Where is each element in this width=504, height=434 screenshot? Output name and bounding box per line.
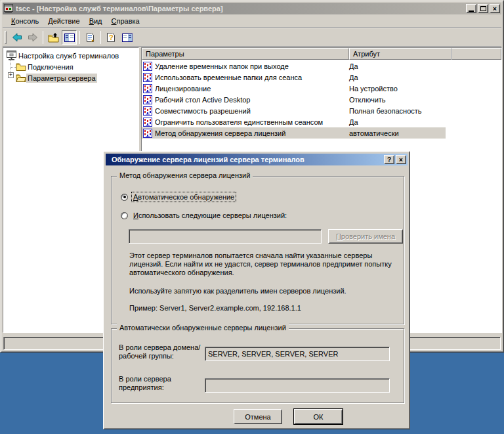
window-title: tscc - [Настройка служб терминалов\Парам… — [16, 5, 466, 12]
help-button[interactable]: ? — [104, 30, 119, 45]
tree-root-label: Настройка служб терминалов — [17, 51, 120, 60]
back-button[interactable] — [9, 30, 24, 45]
list-row-selected[interactable]: Метод обнаружения сервера лицензий автом… — [142, 127, 446, 139]
check-names-button[interactable]: Проверить имена — [328, 229, 403, 244]
up-one-level-button[interactable] — [46, 30, 61, 45]
list-row[interactable]: Ограничить пользователя единственным сеа… — [142, 116, 446, 127]
parameter-name: Удаление временных папок при выходе — [155, 62, 346, 70]
up-folder-icon — [48, 32, 59, 43]
ok-button[interactable]: ОК — [294, 409, 343, 424]
parameter-icon — [143, 118, 152, 127]
forward-button[interactable] — [25, 30, 40, 45]
menu-action[interactable]: Действие — [43, 16, 84, 26]
parameter-icon — [143, 73, 152, 82]
tree-item-label: Параметры сервера — [26, 74, 97, 83]
license-discovery-dialog: Обнаружение сервера лицензий сервера тер… — [103, 151, 410, 429]
list-row[interactable]: Лицензирование На устройство — [142, 83, 446, 94]
radio-use-servers[interactable] — [121, 212, 128, 219]
folder-icon — [16, 62, 26, 71]
help-icon: ? — [387, 156, 391, 163]
tree-item-server-settings[interactable]: Параметры сервера — [16, 72, 97, 83]
ok-button-default-ring: ОК — [293, 408, 343, 425]
menu-console[interactable]: Консоль — [7, 16, 43, 26]
close-icon: × — [493, 5, 497, 12]
list-row[interactable]: Удаление временных папок при выходе Да — [142, 60, 446, 72]
list-row[interactable]: Использовать временные папки для сеанса … — [142, 72, 446, 83]
discovery-method-legend: Метод обнаружения сервера лицензий — [117, 171, 253, 179]
forward-arrow-icon — [28, 32, 38, 43]
maximize-button[interactable] — [478, 4, 488, 13]
column-header-empty — [452, 48, 501, 60]
parameter-value: Да — [349, 74, 358, 81]
enterprise-servers-field[interactable] — [205, 378, 390, 393]
open-folder-icon — [16, 74, 26, 82]
app-icon — [4, 4, 13, 13]
radio-row-specified[interactable]: Использовать следующие серверы лицензий: — [121, 211, 288, 220]
discovered-servers-group: Автоматически обнаруженные серверы лицен… — [111, 328, 404, 403]
parameter-name: Лицензирование — [155, 85, 346, 93]
minimize-icon — [469, 11, 474, 12]
radio-row-auto[interactable]: Автоматическое обнаружение — [121, 192, 236, 202]
close-button[interactable]: × — [490, 4, 500, 13]
cancel-button[interactable]: Отмена — [234, 409, 282, 424]
show-details-pane-button[interactable] — [119, 30, 135, 45]
toolbar-separator — [100, 31, 101, 44]
toolbar-grip[interactable] — [5, 31, 7, 44]
parameter-value: автоматически — [349, 129, 399, 137]
parameter-name: Совместимость разрешений — [155, 107, 346, 115]
dialog-titlebar[interactable]: Обнаружение сервера лицензий сервера тер… — [106, 154, 408, 165]
dialog-title: Обнаружение сервера лицензий сервера тер… — [112, 156, 384, 163]
parameter-icon — [143, 84, 152, 93]
export-list-button[interactable] — [83, 30, 98, 45]
dialog-close-button[interactable]: × — [396, 155, 406, 164]
discovery-method-group: Метод обнаружения сервера лицензий Автом… — [111, 176, 404, 324]
tree-item-label: Подключения — [26, 62, 75, 72]
dialog-help-button[interactable]: ? — [384, 155, 394, 164]
license-servers-input[interactable] — [129, 229, 322, 244]
minimize-button[interactable] — [466, 4, 476, 13]
parameter-name: Использовать временные папки для сеанса — [155, 74, 346, 81]
parameter-value: Да — [349, 62, 358, 70]
parameter-icon — [143, 106, 152, 116]
parameter-name: Рабочий стол Active Desktop — [155, 96, 346, 104]
desktop: tscc - [Настройка служб терминалов\Парам… — [0, 0, 504, 434]
back-arrow-icon — [12, 32, 22, 43]
server-example: Пример: Server1, Server2.example.com, 19… — [129, 304, 398, 313]
parameter-icon — [143, 129, 152, 138]
column-header-attribute[interactable]: Атрибут — [349, 48, 452, 60]
parameter-name: Метод обнаружения сервера лицензий — [155, 129, 346, 137]
menu-bar: Консоль Действие Вид Справка — [3, 14, 501, 28]
enterprise-role-label: В роли сервера предприятия: — [119, 375, 203, 392]
parameter-value: Полная безопасность — [349, 107, 422, 115]
tree-root[interactable]: Настройка служб терминалов — [6, 50, 120, 61]
toolbar-separator — [79, 31, 80, 44]
tree-connector — [10, 67, 16, 68]
radio-auto-discovery[interactable] — [121, 194, 128, 201]
discovered-servers-legend: Автоматически обнаруженные серверы лицен… — [117, 324, 289, 332]
list-row[interactable]: Совместимость разрешений Полная безопасн… — [142, 105, 446, 116]
main-titlebar[interactable]: tscc - [Настройка служб терминалов\Парам… — [3, 3, 501, 14]
console-root-icon — [6, 51, 17, 60]
radio-use-servers-label[interactable]: Использовать следующие серверы лицензий: — [132, 211, 288, 220]
parameter-icon — [143, 95, 152, 104]
radio-auto-discovery-label[interactable]: Автоматическое обнаружение — [132, 192, 236, 202]
menu-view[interactable]: Вид — [85, 16, 107, 26]
toolbar-separator — [43, 31, 43, 44]
tree-item-connections[interactable]: Подключения — [16, 61, 75, 72]
maximize-icon — [480, 6, 486, 11]
show-console-tree-button[interactable] — [62, 30, 77, 45]
separator-hint: Используйте запятую как разделитель имен… — [129, 287, 398, 295]
domain-servers-field[interactable] — [205, 347, 390, 361]
svg-text:?: ? — [109, 33, 114, 41]
list-row[interactable]: Рабочий стол Active Desktop Отключить — [142, 94, 446, 105]
list-header: Параметры Атрибут — [142, 48, 501, 60]
export-list-icon — [85, 32, 95, 43]
help-doc-icon: ? — [106, 32, 116, 43]
console-tree-icon — [64, 33, 75, 43]
column-header-parameters[interactable]: Параметры — [142, 48, 349, 60]
domain-role-label: В роли сервера домена/рабочей группы: — [119, 343, 203, 360]
expand-icon[interactable]: + — [8, 72, 14, 78]
toolbar: ? — [3, 29, 501, 47]
menu-help[interactable]: Справка — [107, 16, 144, 26]
close-icon: × — [399, 156, 403, 163]
